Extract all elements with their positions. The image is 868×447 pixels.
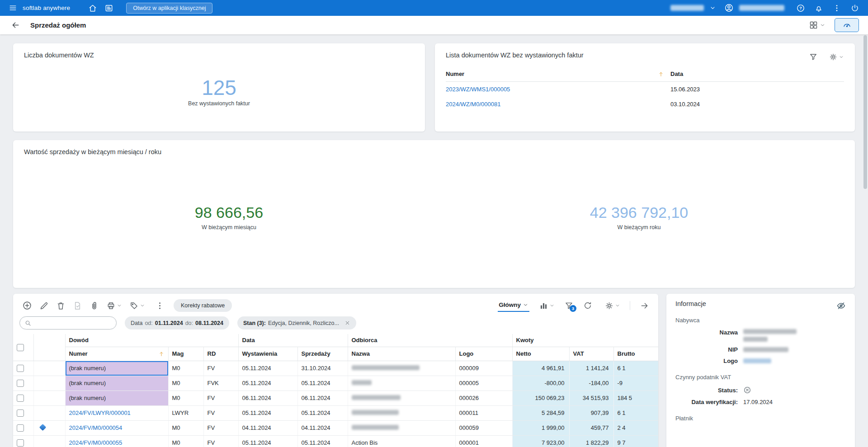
- hamburger-menu-button[interactable]: [7, 2, 19, 14]
- notifications-button[interactable]: [812, 2, 825, 14]
- cell-logo[interactable]: 000011: [455, 405, 512, 420]
- cell-rd[interactable]: FV: [203, 420, 238, 435]
- wz-list-settings-button[interactable]: [827, 51, 846, 63]
- redacted-company-selector[interactable]: [670, 5, 704, 11]
- row-checkbox[interactable]: [17, 439, 24, 447]
- add-document-button[interactable]: [19, 298, 35, 313]
- more-actions-button[interactable]: [152, 299, 167, 313]
- column-header-nazwa[interactable]: Nazwa: [348, 347, 455, 361]
- cell-mag[interactable]: M0: [168, 376, 203, 391]
- cell-numer[interactable]: (brak numeru): [65, 391, 168, 405]
- dashboard-toggle-button[interactable]: [835, 18, 859, 32]
- cell-netto[interactable]: 7 923,00: [512, 435, 569, 447]
- page-scrollbar[interactable]: [863, 35, 867, 446]
- column-header-netto[interactable]: Netto: [512, 347, 569, 361]
- column-header-rd[interactable]: RD: [203, 347, 238, 361]
- cell-vat[interactable]: 1 141,24: [569, 361, 613, 376]
- list-item[interactable]: 2023/WZ/WMS1/000005 15.06.2023: [446, 82, 844, 97]
- cell-mag[interactable]: M0: [168, 420, 203, 435]
- approve-document-button[interactable]: [70, 299, 85, 313]
- cell-sprzedazy[interactable]: 05.11.2024: [297, 376, 348, 391]
- cell-mag[interactable]: LWYR: [168, 405, 203, 420]
- hide-empty-fields-button[interactable]: [835, 300, 847, 311]
- print-button[interactable]: [104, 299, 125, 313]
- cell-nazwa[interactable]: [348, 376, 455, 391]
- logout-button[interactable]: [849, 2, 861, 14]
- cell-sprzedazy[interactable]: 05.11.2024: [297, 435, 348, 447]
- cell-wystawienia[interactable]: 06.11.2024: [238, 391, 297, 405]
- cell-netto[interactable]: 1 999,00: [512, 420, 569, 435]
- cell-rd[interactable]: FV: [203, 361, 238, 376]
- help-button[interactable]: [794, 2, 807, 14]
- column-header-mag[interactable]: Mag: [168, 347, 203, 361]
- home-button[interactable]: [86, 2, 99, 14]
- chart-view-button[interactable]: [536, 299, 557, 313]
- column-group-kwoty[interactable]: Kwoty: [512, 334, 658, 347]
- column-header-logo[interactable]: Logo: [455, 347, 512, 361]
- cell-rd[interactable]: FV: [203, 405, 238, 420]
- table-row[interactable]: (brak numeru) M0 FV 06.11.2024 06.11.202…: [13, 391, 658, 405]
- back-button[interactable]: [9, 19, 22, 32]
- cell-mag[interactable]: M0: [168, 435, 203, 447]
- table-row[interactable]: (brak numeru) M0 FVK 05.11.2024 05.11.20…: [13, 376, 658, 391]
- cell-logo[interactable]: 000026: [455, 391, 512, 405]
- layout-selector-button[interactable]: [807, 19, 827, 32]
- edit-document-button[interactable]: [37, 299, 52, 313]
- cell-nazwa[interactable]: [348, 391, 455, 405]
- cell-logo[interactable]: 000005: [455, 376, 512, 391]
- cell-rd[interactable]: FV: [203, 435, 238, 447]
- table-row[interactable]: 2024/FV/LWYR/000001 LWYR FV 05.11.2024 0…: [13, 405, 658, 420]
- labels-button[interactable]: [127, 299, 148, 313]
- cell-sprzedazy[interactable]: 06.11.2024: [297, 391, 348, 405]
- cell-vat[interactable]: 1 822,29: [569, 435, 613, 447]
- cell-brutto[interactable]: 2 4: [613, 420, 658, 435]
- cell-sprzedazy[interactable]: 04.11.2024: [297, 420, 348, 435]
- sort-ascending-icon[interactable]: [658, 71, 664, 77]
- grid-settings-button[interactable]: [602, 299, 623, 313]
- document-number-link[interactable]: 2024/FV/LWYR/000001: [69, 409, 131, 416]
- cell-rd[interactable]: FVK: [203, 376, 238, 391]
- wz-document-link[interactable]: 2024/WZ/M0/000081: [446, 101, 500, 108]
- remove-state-filter-button[interactable]: [344, 320, 350, 326]
- table-row[interactable]: 2024/FV/M0/000055 M0 FV 05.11.2024 05.11…: [13, 435, 658, 447]
- cell-mag[interactable]: M0: [168, 361, 203, 376]
- cell-wystawienia[interactable]: 05.11.2024: [238, 435, 297, 447]
- cell-wystawienia[interactable]: 05.11.2024: [238, 376, 297, 391]
- cell-nazwa[interactable]: [348, 361, 455, 376]
- refresh-button[interactable]: [580, 299, 595, 312]
- select-all-checkbox[interactable]: [17, 344, 24, 351]
- redacted-logo[interactable]: [743, 358, 771, 363]
- expand-panel-button[interactable]: [637, 299, 652, 313]
- table-row[interactable]: (brak numeru) M0 FV 05.11.2024 31.10.202…: [13, 361, 658, 376]
- more-options-button[interactable]: [830, 2, 843, 14]
- row-checkbox[interactable]: [17, 380, 24, 387]
- date-filter-chip[interactable]: Data od: 01.11.2024 do: 08.11.2024: [125, 316, 229, 329]
- cell-brutto[interactable]: 6 1: [613, 361, 658, 376]
- document-number-link[interactable]: 2024/FV/M0/000054: [69, 424, 123, 431]
- column-header-sprzedazy[interactable]: Sprzedaży: [297, 347, 348, 361]
- cell-netto[interactable]: -800,00: [512, 376, 569, 391]
- cell-wystawienia[interactable]: 04.11.2024: [238, 420, 297, 435]
- cell-wystawienia[interactable]: 05.11.2024: [238, 361, 297, 376]
- view-selector[interactable]: Główny: [498, 300, 529, 312]
- row-checkbox[interactable]: [17, 395, 24, 402]
- cell-brutto[interactable]: 6 1: [613, 405, 658, 420]
- scrollbar-thumb[interactable]: [863, 35, 867, 189]
- cell-vat[interactable]: -184,00: [569, 376, 613, 391]
- news-button[interactable]: [103, 2, 115, 14]
- cell-nazwa[interactable]: Action Bis: [348, 435, 455, 447]
- open-classic-app-button[interactable]: Otwórz w aplikacji klasycznej: [126, 3, 212, 14]
- cell-mag[interactable]: M0: [168, 391, 203, 405]
- cell-brutto[interactable]: 184 5: [613, 391, 658, 405]
- grid-search-box[interactable]: [19, 316, 117, 329]
- state-filter-chip[interactable]: Stan (3): Edycja, Dziennik, Rozliczo...: [237, 316, 356, 329]
- user-avatar-icon[interactable]: [724, 3, 734, 13]
- grid-filter-button[interactable]: 3: [564, 301, 574, 311]
- row-checkbox[interactable]: [17, 424, 24, 432]
- cell-rd[interactable]: FV: [203, 391, 238, 405]
- column-header-brutto[interactable]: Brutto: [613, 347, 658, 361]
- table-row[interactable]: 2024/FV/M0/000054 M0 FV 04.11.2024 04.11…: [13, 420, 658, 435]
- list-item[interactable]: 2024/WZ/M0/000081 03.10.2024: [446, 97, 844, 112]
- row-checkbox[interactable]: [17, 365, 24, 372]
- cell-nazwa[interactable]: [348, 405, 455, 420]
